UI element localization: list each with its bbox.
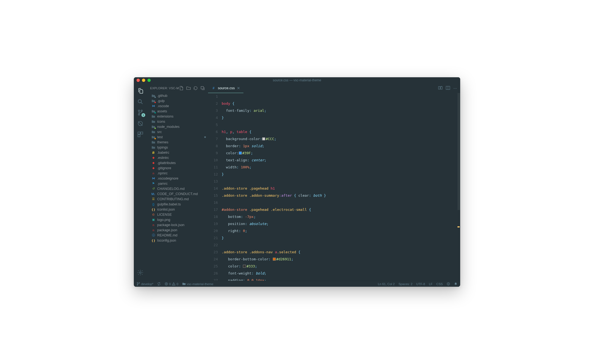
- tree-item[interactable]: n.npmrc: [147, 171, 208, 176]
- status-encoding[interactable]: UTF-8: [416, 282, 425, 286]
- tree-item[interactable]: { }iconlist.json: [147, 207, 208, 212]
- code-area[interactable]: 1234567891011121314151617181920212223242…: [208, 93, 460, 281]
- new-folder-button[interactable]: [186, 86, 191, 90]
- code-line[interactable]: [222, 178, 457, 185]
- tree-item[interactable]: typings: [147, 145, 208, 150]
- tree-item[interactable]: M↓CODE_OF_CONDUCT.md: [147, 191, 208, 196]
- code-line[interactable]: h1, p, table {: [222, 128, 457, 135]
- close-tab-button[interactable]: ✕: [237, 86, 240, 90]
- tree-item[interactable]: test: [147, 134, 208, 140]
- code-line[interactable]: [222, 199, 457, 206]
- tree-item[interactable]: .gulp: [147, 98, 208, 103]
- status-language[interactable]: CSS: [436, 282, 443, 286]
- activity-extensions[interactable]: [134, 129, 147, 140]
- svg-point-25: [449, 283, 449, 284]
- status-sync[interactable]: [157, 282, 161, 286]
- code-line[interactable]: right: 0;: [222, 227, 457, 235]
- code-line[interactable]: border: 1px solid;: [222, 143, 457, 150]
- tree-item[interactable]: ©LICENSE: [147, 212, 208, 217]
- code-line[interactable]: [222, 93, 457, 100]
- tab-source-css[interactable]: # source.css ✕: [208, 83, 243, 93]
- tree-item[interactable]: npackage-lock.json: [147, 222, 208, 227]
- code-line[interactable]: }: [222, 235, 457, 242]
- minimap[interactable]: [457, 93, 460, 281]
- code-line[interactable]: font-family: arial;: [222, 107, 457, 114]
- tree-item[interactable]: {}gulpfile.babel.ts: [147, 202, 208, 207]
- code-line[interactable]: .addon-store .addon-summary:after { clea…: [222, 192, 457, 199]
- svg-rect-6: [138, 132, 140, 134]
- tree-item[interactable]: ☰CONTRIBUTING.md: [147, 196, 208, 202]
- sync-icon: [157, 282, 161, 286]
- code-line[interactable]: border-bottom-color: #d26911;: [222, 256, 457, 263]
- tree-item[interactable]: ⚑.yarnrc: [147, 181, 208, 186]
- activity-debug[interactable]: [134, 118, 147, 129]
- tree-item[interactable]: ⋈.vscode: [147, 103, 208, 109]
- tree-item[interactable]: ⋈.vscodeignore: [147, 176, 208, 181]
- close-window-button[interactable]: [137, 79, 140, 82]
- code-line[interactable]: [222, 121, 457, 128]
- license-icon: ©: [151, 212, 156, 217]
- code-line[interactable]: .addon-store .pagehead h1: [222, 185, 457, 192]
- status-cursor[interactable]: Ln 61, Col 2: [378, 282, 395, 286]
- tree-item[interactable]: node_modules: [147, 124, 208, 129]
- tree-item[interactable]: ◆.gitattributes: [147, 160, 208, 165]
- tree-item[interactable]: icons: [147, 119, 208, 124]
- editor-area: # source.css ✕ ⋯ 12345678910111213141516…: [208, 83, 460, 281]
- code-line[interactable]: body {: [222, 100, 457, 107]
- code-line[interactable]: #addon-store .pagehead .electrocat-small…: [222, 206, 457, 213]
- status-eol[interactable]: LF: [429, 282, 432, 286]
- tree-item[interactable]: npackage.json: [147, 227, 208, 233]
- new-file-button[interactable]: [179, 86, 184, 90]
- more-actions-button[interactable]: ⋯: [453, 86, 457, 90]
- compare-changes-button[interactable]: [438, 86, 443, 91]
- tree-item[interactable]: ↺CHANGELOG.md: [147, 186, 208, 191]
- tree-item-label: LICENSE: [157, 213, 172, 217]
- modified-indicator: [204, 136, 206, 138]
- tree-item[interactable]: { }tsconfig.json: [147, 238, 208, 243]
- activity-search[interactable]: [134, 96, 147, 107]
- code-line[interactable]: }: [222, 114, 457, 121]
- tree-item[interactable]: themes: [147, 140, 208, 145]
- gear-icon: [137, 269, 144, 276]
- code-content[interactable]: body { font-family: arial;}h1, p, table …: [222, 93, 457, 281]
- split-editor-button[interactable]: [446, 86, 450, 91]
- code-line[interactable]: color: #333;: [222, 263, 457, 270]
- code-line[interactable]: [222, 242, 457, 249]
- tree-item[interactable]: ▣logo.png: [147, 217, 208, 222]
- status-indent[interactable]: Spaces: 2: [398, 282, 412, 286]
- code-line[interactable]: text-align: center;: [222, 157, 457, 164]
- code-line[interactable]: bottom: -7px;: [222, 213, 457, 220]
- status-branch[interactable]: develop*: [137, 282, 153, 286]
- npm-icon: n: [151, 228, 156, 232]
- tree-item[interactable]: assets: [147, 109, 208, 114]
- tree-item[interactable]: ⓘREADME.md: [147, 233, 208, 238]
- tree-item[interactable]: B.babelrc: [147, 150, 208, 155]
- code-line[interactable]: padding: 0 0 14px;: [222, 277, 457, 281]
- minimize-window-button[interactable]: [142, 79, 145, 82]
- code-line[interactable]: }: [222, 171, 457, 178]
- code-line[interactable]: .addon-store .addons-nav a.selected {: [222, 249, 457, 256]
- file-tree[interactable]: .github.gulp⋈.vscodeassetsextensionsicon…: [147, 93, 208, 281]
- activity-explorer[interactable]: [134, 85, 147, 96]
- status-notifications[interactable]: [454, 282, 457, 286]
- maximize-window-button[interactable]: [147, 79, 151, 82]
- status-problems[interactable]: 0 0: [165, 282, 178, 286]
- code-line[interactable]: font-weight: bold;: [222, 270, 457, 277]
- tree-item[interactable]: .github: [147, 93, 208, 98]
- tree-item[interactable]: src: [147, 129, 208, 134]
- code-line[interactable]: position: absolute;: [222, 220, 457, 227]
- activity-source-control[interactable]: 1: [134, 107, 147, 118]
- tree-item[interactable]: ◆.eslintrc: [147, 155, 208, 160]
- code-line[interactable]: background-color:#CCC;: [222, 135, 457, 143]
- status-feedback[interactable]: [447, 282, 450, 286]
- activity-settings[interactable]: [134, 267, 147, 278]
- tree-item[interactable]: ◆.gitignore: [147, 165, 208, 171]
- status-folder[interactable]: vsc-material-theme: [182, 282, 214, 286]
- collapse-all-button[interactable]: [200, 86, 205, 90]
- code-line[interactable]: width: 100%;: [222, 164, 457, 171]
- traffic-lights: [137, 79, 151, 82]
- code-line[interactable]: color:#39F;: [222, 150, 457, 157]
- refresh-button[interactable]: [193, 86, 198, 90]
- minimap-scroll-indicator[interactable]: [457, 93, 460, 210]
- tree-item[interactable]: extensions: [147, 114, 208, 119]
